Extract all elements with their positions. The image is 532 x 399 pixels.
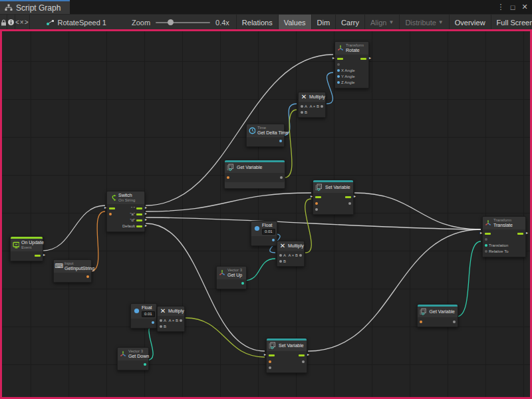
node-vector3-get-up[interactable]: Vector 3Get Up	[216, 266, 247, 289]
inspector-button[interactable]	[7, 15, 15, 30]
zoom-slider[interactable]	[156, 22, 210, 23]
toolbar-button-dim[interactable]: Dim	[311, 15, 336, 30]
value-port-l[interactable]	[485, 244, 487, 247]
wire-blue[interactable]	[327, 72, 333, 104]
value-port-r[interactable]	[453, 321, 456, 323]
value-port-r[interactable]	[152, 321, 154, 324]
value-port-l[interactable]	[315, 208, 318, 211]
exec-port-r[interactable]	[136, 225, 142, 227]
wire-white[interactable]	[146, 223, 265, 351]
wire-white[interactable]	[146, 193, 311, 211]
exec-port-l[interactable]	[315, 196, 321, 198]
value-port-l[interactable]	[160, 319, 162, 322]
exec-port-r[interactable]	[360, 58, 366, 60]
node-multiply-c[interactable]: ✕MultiplyAA × BB	[157, 306, 185, 332]
tab-script-graph[interactable]: Script Graph	[0, 0, 70, 14]
insert-unit-button[interactable]: <×>	[15, 15, 30, 30]
value-port-r[interactable]	[279, 140, 282, 142]
node-float-a[interactable]: Float0.01	[251, 221, 277, 246]
exec-port-l[interactable]	[485, 233, 491, 235]
node-multiply-b[interactable]: ✕MultiplyAA × BB	[277, 241, 305, 267]
value-port-l[interactable]	[160, 325, 162, 328]
toolbar-button-relations[interactable]: Relations	[236, 15, 278, 30]
toolbar-button-carry[interactable]: Carry	[335, 15, 364, 30]
value-port-l[interactable]	[301, 105, 303, 108]
menu-button[interactable]: ⋮	[495, 3, 507, 11]
port-label: "a"	[130, 212, 135, 216]
value-port-l[interactable]	[485, 250, 487, 253]
value-port-r[interactable]	[280, 176, 283, 179]
exec-port-r[interactable]	[299, 354, 305, 356]
port-group	[337, 63, 340, 66]
zoom-slider-handle[interactable]	[168, 19, 174, 25]
exec-port-l[interactable]	[109, 207, 115, 209]
exec-port-r[interactable]	[35, 255, 41, 257]
node-on-update[interactable]: On UpdateEvent	[10, 236, 43, 261]
value-port-r[interactable]	[180, 319, 182, 322]
value-port-l[interactable]	[337, 75, 340, 78]
node-switch-on-string[interactable]: SwitchOn String" ""a""d"Default	[106, 191, 145, 232]
value-port-r[interactable]	[321, 105, 323, 108]
node-body	[313, 193, 353, 214]
node-value-field[interactable]: 0.01	[142, 311, 155, 317]
exec-port-r[interactable]	[136, 213, 142, 215]
wire-yg[interactable]	[186, 318, 265, 357]
node-set-variable-a[interactable]: Set Variable	[313, 180, 354, 215]
wire-teal[interactable]	[244, 259, 275, 281]
node-float-b[interactable]: Float0.01	[130, 303, 157, 329]
toolbar-button-overview[interactable]: Overview	[449, 15, 491, 30]
node-get-variable-b[interactable]: Get Variable	[417, 304, 458, 327]
graph-canvas[interactable]: On UpdateEvent⌨InputGetInputStringSwitch…	[0, 29, 532, 399]
wire-white[interactable]	[146, 217, 481, 229]
exec-port-l[interactable]	[269, 354, 275, 356]
value-port-l[interactable]	[269, 360, 271, 363]
exec-port-r[interactable]	[517, 233, 523, 235]
maximize-button[interactable]: □	[507, 3, 519, 11]
wire-white[interactable]	[354, 193, 481, 229]
node-translate[interactable]: TransformTranslateTranslationRelative To	[482, 216, 526, 257]
value-port-l[interactable]	[279, 260, 282, 263]
exec-port-l[interactable]	[337, 58, 343, 60]
exec-port-r[interactable]	[345, 196, 351, 198]
value-port-r[interactable]	[299, 254, 302, 257]
value-port-l[interactable]	[315, 202, 318, 205]
value-port-l[interactable]	[337, 63, 340, 66]
value-port-r[interactable]	[348, 202, 351, 205]
exec-port-r[interactable]	[136, 207, 142, 209]
value-port-l[interactable]	[485, 238, 487, 241]
value-port-l[interactable]	[301, 111, 303, 114]
value-port-r[interactable]	[144, 363, 146, 366]
node-get-variable-a[interactable]: Get Variable	[224, 160, 285, 189]
wire-yg[interactable]	[305, 199, 312, 253]
node-vector3-get-down[interactable]: Vector 3Get Down	[117, 347, 149, 370]
close-button[interactable]: ✕	[519, 3, 531, 11]
value-port-l[interactable]	[420, 321, 422, 323]
graph-breadcrumb[interactable]: RotateSpeed 1	[39, 15, 113, 30]
node-titles: Multiply	[288, 243, 304, 249]
value-port-r[interactable]	[302, 360, 305, 363]
node-get-input-string[interactable]: ⌨InputGetInputString	[53, 259, 92, 283]
node-multiply-a[interactable]: ✕MultiplyAA × BB	[298, 92, 326, 118]
wire-yg[interactable]	[285, 110, 297, 178]
value-port-r[interactable]	[241, 282, 244, 285]
value-port-l[interactable]	[269, 366, 271, 369]
node-value-field[interactable]: 0.01	[262, 229, 275, 235]
value-port-r[interactable]	[86, 275, 89, 278]
node-set-variable-b[interactable]: Set Variable	[266, 338, 307, 373]
node-rotate[interactable]: TransformRotateX AngleY AngleZ Angle	[334, 41, 369, 88]
value-port-l[interactable]	[279, 254, 282, 257]
wire-teal[interactable]	[457, 241, 481, 317]
input-icon: ⌨	[56, 263, 63, 269]
node-get-delta-time[interactable]: TimeGet Delta Time	[246, 124, 285, 147]
value-port-l[interactable]	[227, 176, 229, 179]
exec-port-r[interactable]	[136, 219, 142, 221]
value-port-l[interactable]	[109, 213, 112, 215]
wire-white[interactable]	[308, 229, 481, 351]
wire-white[interactable]	[43, 205, 105, 251]
value-port-l[interactable]	[337, 69, 340, 72]
toolbar-button-full-screen[interactable]: Full Screen	[491, 15, 532, 30]
value-port-r[interactable]	[272, 239, 275, 241]
value-port-l[interactable]	[337, 81, 340, 84]
lock-button[interactable]	[0, 15, 7, 30]
toolbar-button-values[interactable]: Values	[278, 15, 311, 30]
